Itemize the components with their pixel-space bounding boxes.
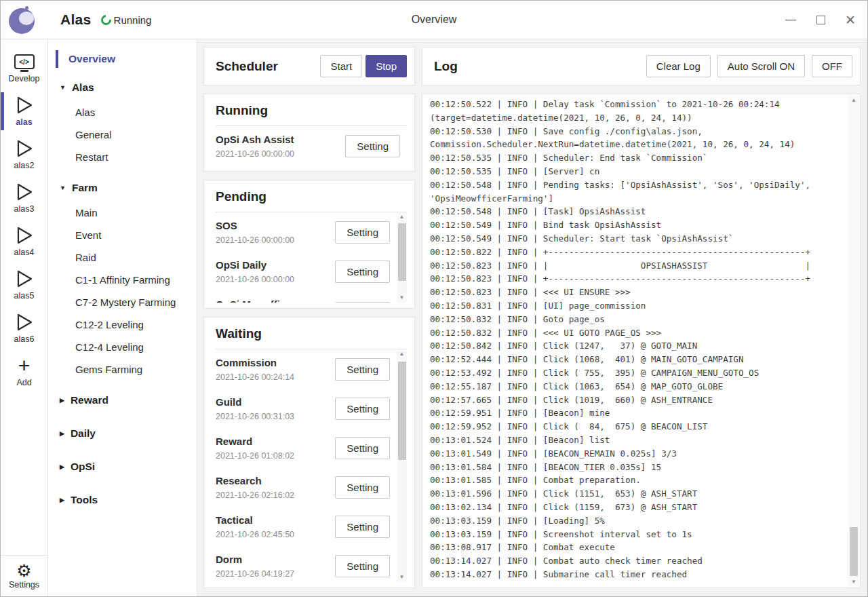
- sidebar-item-alas3[interactable]: alas3: [1, 176, 47, 220]
- play-icon: [16, 268, 33, 290]
- nav-item-event[interactable]: Event: [48, 224, 197, 246]
- sidebar-item-alas[interactable]: alas: [1, 90, 47, 133]
- running-title: Running: [216, 103, 407, 126]
- task-setting-button[interactable]: Setting: [345, 135, 400, 157]
- pending-title: Pending: [216, 189, 407, 212]
- gear-icon: ⚙: [16, 561, 31, 580]
- sidebar-item-alas2[interactable]: alas2: [1, 133, 47, 176]
- waiting-title: Waiting: [216, 326, 407, 349]
- pending-list: SOS2021-10-26 00:00:00SettingOpSi Daily2…: [216, 212, 397, 303]
- scheduler-panel: Scheduler Start Stop: [203, 47, 415, 85]
- window-title: Overview: [412, 14, 457, 26]
- start-button[interactable]: Start: [320, 55, 362, 77]
- task-setting-button[interactable]: Setting: [335, 555, 390, 577]
- scroll-down-icon[interactable]: ▼: [397, 573, 407, 582]
- task-row: Reward2021-10-26 01:08:02Setting: [216, 428, 397, 467]
- task-name: OpSi Ash Assist: [216, 133, 330, 147]
- play-icon: [16, 94, 33, 116]
- waiting-panel: Waiting Commission2021-10-26 00:24:14Set…: [203, 317, 415, 588]
- nav-item-gems-farming[interactable]: Gems Farming: [48, 358, 197, 381]
- scrollbar-thumb[interactable]: [398, 223, 406, 281]
- nav-item-raid[interactable]: Raid: [48, 246, 197, 269]
- loading-spinner-icon: [98, 12, 113, 26]
- scheduler-column: Scheduler Start Stop Running OpSi Ash As…: [197, 39, 421, 596]
- minimize-icon[interactable]: —: [785, 14, 797, 26]
- stop-button[interactable]: Stop: [366, 55, 407, 77]
- sidebar-item-develop[interactable]: </>Develop: [1, 46, 47, 90]
- instance-label: alas6: [14, 334, 35, 344]
- task-setting-button[interactable]: Setting: [335, 437, 390, 459]
- scroll-down-icon[interactable]: ▼: [848, 577, 859, 587]
- nav-group-alas[interactable]: ▼Alas: [48, 74, 197, 101]
- nav-group-farm[interactable]: ▼Farm: [48, 174, 197, 201]
- log-scrollbar[interactable]: ▲ ▼: [848, 95, 859, 587]
- task-setting-button[interactable]: Setting: [335, 302, 390, 303]
- task-info: Tactical2021-10-26 02:45:50: [216, 514, 330, 540]
- auto-scroll-on-button[interactable]: Auto Scroll ON: [717, 55, 805, 77]
- nav-item-alas[interactable]: Alas: [48, 101, 197, 123]
- nav-item-overview[interactable]: Overview: [56, 50, 197, 68]
- task-name: OpSi Daily: [216, 258, 330, 272]
- task-info: Commission2021-10-26 00:24:14: [216, 356, 330, 383]
- task-setting-button[interactable]: Setting: [335, 398, 390, 420]
- clear-log-button[interactable]: Clear Log: [646, 55, 711, 77]
- task-setting-button[interactable]: Setting: [335, 476, 390, 499]
- maximize-icon[interactable]: [814, 14, 827, 26]
- log-panel-header: Log Clear Log Auto Scroll ON OFF: [422, 47, 861, 85]
- scrollbar-thumb[interactable]: [850, 527, 858, 576]
- nav-item-c1-1-affinity-farming[interactable]: C1-1 Affinity Farming: [48, 269, 197, 291]
- nav-overview-label: Overview: [68, 53, 115, 64]
- nav-item-c12-2-leveling[interactable]: C12-2 Leveling: [48, 313, 197, 336]
- chevron-down-icon: ▼: [60, 84, 66, 91]
- task-time: 2021-10-26 02:45:50: [216, 530, 330, 540]
- task-row: OpSi Meowfficer FarmingSetting: [216, 291, 397, 303]
- nav-group-reward[interactable]: ▶Reward: [48, 387, 197, 414]
- nav-item-main[interactable]: Main: [48, 201, 197, 224]
- instance-label: alas3: [14, 204, 35, 214]
- instance-label: alas2: [14, 161, 35, 170]
- scheduler-status: Running: [101, 14, 152, 26]
- instance-label: Develop: [9, 74, 40, 83]
- scroll-down-icon[interactable]: ▼: [397, 293, 407, 303]
- main-body: </>Developalasalas2alas3alas4alas5alas6+…: [1, 39, 867, 596]
- nav-item-restart[interactable]: Restart: [48, 146, 197, 168]
- nav-group-opsi[interactable]: ▶OpSi: [48, 453, 197, 480]
- task-setting-button[interactable]: Setting: [335, 516, 390, 538]
- sidebar-item-alas5[interactable]: alas5: [1, 263, 47, 307]
- nav-group-daily[interactable]: ▶Daily: [48, 420, 197, 447]
- task-setting-button[interactable]: Setting: [335, 221, 390, 244]
- sidebar-item-add[interactable]: +Add: [1, 350, 47, 393]
- app-name: Alas: [60, 12, 92, 28]
- scrollbar-thumb[interactable]: [398, 362, 406, 460]
- status-text: Running: [114, 14, 152, 26]
- task-name: OpSi Meowfficer Farming: [216, 298, 330, 303]
- task-setting-button[interactable]: Setting: [335, 261, 390, 283]
- sidebar-item-alas4[interactable]: alas4: [1, 220, 47, 263]
- sidebar-item-alas6[interactable]: alas6: [1, 307, 47, 350]
- task-time: 2021-10-26 02:16:02: [216, 490, 330, 501]
- nav-item-general[interactable]: General: [48, 123, 197, 146]
- task-name: SOS: [216, 219, 330, 233]
- nav-item-c7-2-mystery-farming[interactable]: C7-2 Mystery Farming: [48, 291, 197, 313]
- task-row: Research2021-10-26 02:16:02Setting: [216, 467, 397, 507]
- close-icon[interactable]: ✕: [844, 14, 856, 26]
- log-output: 00:12:50.522 | INFO | Delay task `Commis…: [422, 94, 860, 581]
- scroll-up-icon[interactable]: ▲: [397, 212, 407, 222]
- scroll-up-icon[interactable]: ▲: [397, 349, 407, 359]
- active-indicator: [1, 92, 4, 130]
- instance-label: alas: [16, 117, 32, 127]
- pending-scrollbar[interactable]: ▲ ▼: [397, 212, 407, 303]
- waiting-scrollbar[interactable]: ▲ ▼: [397, 349, 407, 582]
- log-buttons: Clear Log Auto Scroll ON OFF: [646, 55, 852, 77]
- task-row: Guild2021-10-26 00:31:03Setting: [216, 389, 397, 428]
- scroll-up-icon[interactable]: ▲: [848, 95, 859, 105]
- task-setting-button[interactable]: Setting: [335, 358, 390, 381]
- nav-sidebar: Overview ▼AlasAlasGeneralRestart▼FarmMai…: [48, 39, 197, 596]
- chevron-right-icon: ▶: [60, 497, 64, 503]
- auto-scroll-off-button[interactable]: OFF: [812, 55, 852, 77]
- nav-group-tools[interactable]: ▶Tools: [48, 486, 197, 514]
- task-info: OpSi Ash Assist2021-10-26 00:00:00: [216, 133, 330, 159]
- sidebar-item-settings[interactable]: ⚙ Settings: [1, 555, 47, 596]
- task-info: Reward2021-10-26 01:08:02: [216, 435, 330, 461]
- nav-item-c12-4-leveling[interactable]: C12-4 Leveling: [48, 336, 197, 358]
